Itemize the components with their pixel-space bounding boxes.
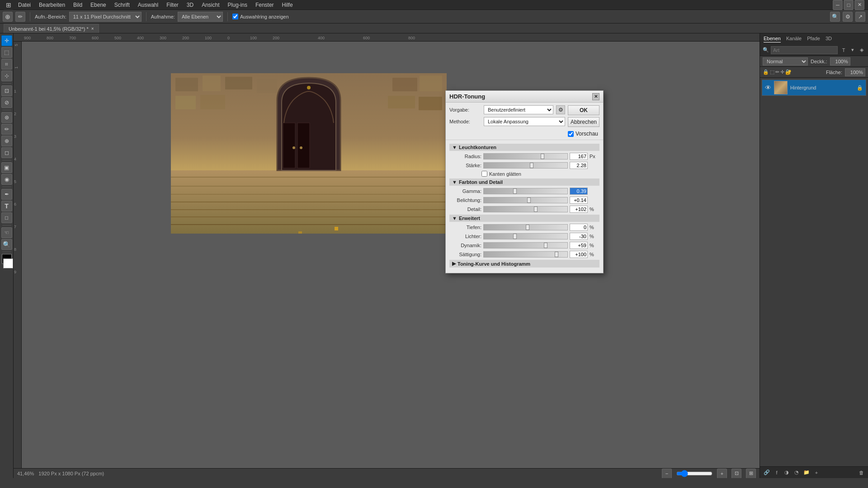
hand-tool[interactable]: ☜ [1, 227, 12, 238]
layers-search-input[interactable] [771, 46, 838, 54]
tool-icon[interactable]: ⊕ [3, 12, 13, 22]
staerke-slider[interactable] [483, 162, 568, 169]
dodge-tool[interactable]: ◉ [1, 174, 12, 185]
zoom-out-btn[interactable]: − [662, 469, 672, 479]
menu-plugins[interactable]: Plug-ins [224, 1, 251, 9]
detail-slider[interactable] [483, 206, 568, 212]
layer-item[interactable]: 👁 Hintergrund 🔒 [762, 80, 866, 96]
menu-ansicht[interactable]: Ansicht [198, 1, 223, 9]
lasso-tool[interactable]: ⌗ [1, 59, 12, 70]
maximize-btn[interactable]: □ [844, 0, 854, 10]
search-btn[interactable]: 🔍 [830, 12, 840, 22]
eyedropper-tool[interactable]: ⊘ [1, 97, 12, 108]
share-btn[interactable]: ↗ [855, 12, 865, 22]
menu-fenster[interactable]: Fenster [252, 1, 278, 9]
move-tool[interactable]: ✛ [1, 35, 12, 46]
brush-tool[interactable]: ✏ [1, 124, 12, 135]
radius-thumb[interactable] [541, 154, 544, 159]
menu-schrift[interactable]: Schrift [111, 1, 133, 9]
tab-close-btn[interactable]: × [91, 26, 94, 31]
add-mask-btn[interactable]: ◑ [783, 469, 791, 477]
text-tool[interactable]: T [1, 201, 12, 211]
saettigung-value[interactable]: +100 [570, 251, 588, 258]
lichter-slider[interactable] [483, 233, 568, 239]
preview-checkbox[interactable] [568, 131, 574, 137]
filter-btn[interactable]: ▾ [849, 46, 857, 54]
detail-value[interactable]: +102 [570, 206, 588, 213]
erweitert-header[interactable]: ▼ Erweitert [449, 215, 599, 222]
ebenen-select[interactable]: Alle Ebenen [178, 12, 223, 22]
new-adjustment-btn[interactable]: ◔ [793, 469, 801, 477]
dynamik-slider[interactable] [483, 242, 568, 249]
saettigung-thumb[interactable] [555, 252, 558, 257]
tab-ebenen[interactable]: Ebenen [764, 36, 781, 42]
menu-3d[interactable]: 3D [183, 1, 197, 9]
radius-slider[interactable] [483, 153, 568, 160]
background-color[interactable] [3, 258, 13, 268]
dynamik-thumb[interactable] [544, 243, 547, 248]
actual-pixels-btn[interactable]: ⊞ [746, 469, 756, 479]
app-icon[interactable]: ⊞ [4, 0, 14, 10]
document-tab[interactable]: Unbenannt-1 bei 41,5% (RGB/32*) * × [4, 24, 99, 33]
hdr-close-button[interactable]: ✕ [592, 93, 599, 100]
crop-tool[interactable]: ⊡ [1, 85, 12, 96]
heal-tool[interactable]: ⊛ [1, 112, 12, 123]
menu-ebene[interactable]: Ebene [87, 1, 110, 9]
methode-select[interactable]: Lokale Anpassung [484, 117, 565, 126]
staerke-value[interactable]: 2.28 [570, 162, 588, 169]
fit-screen-btn[interactable]: ⊡ [731, 469, 741, 479]
close-btn[interactable]: ✕ [854, 0, 864, 10]
minimize-btn[interactable]: ─ [833, 0, 843, 10]
lichter-value[interactable]: -30 [570, 233, 588, 240]
zoom-tool[interactable]: 🔍 [1, 239, 12, 250]
gamma-thumb[interactable] [513, 188, 517, 194]
select-tool[interactable]: ⬚ [1, 47, 12, 58]
tiefen-value[interactable]: 0 [570, 224, 588, 231]
menu-datei[interactable]: Datei [14, 1, 34, 9]
lichter-thumb[interactable] [513, 234, 517, 239]
auswahlring-checkbox[interactable] [232, 14, 238, 19]
menu-auswahl[interactable]: Auswahl [134, 1, 162, 9]
adjustment-btn[interactable]: ◈ [858, 46, 866, 54]
belichtung-value[interactable]: +0.14 [570, 197, 588, 204]
opacity-input[interactable]: 100% [830, 57, 850, 66]
kanten-checkbox[interactable] [481, 171, 487, 177]
tab-kanaele[interactable]: Kanäle [786, 36, 802, 42]
belichtung-slider[interactable] [483, 197, 568, 203]
saettigung-slider[interactable] [483, 251, 568, 258]
vorgabe-select[interactable]: Benutzerdefiniert [484, 105, 553, 114]
zoom-slider[interactable] [676, 470, 712, 477]
stamp-tool[interactable]: ⊕ [1, 136, 12, 146]
magic-wand-tool[interactable]: ⊹ [1, 70, 12, 81]
menu-hilfe[interactable]: Hilfe [278, 1, 297, 9]
visibility-icon[interactable]: 👁 [765, 84, 771, 91]
shape-tool[interactable]: □ [1, 212, 12, 223]
staerke-thumb[interactable] [530, 163, 533, 168]
radius-value[interactable]: 167 [570, 153, 588, 160]
zoom-in-btn[interactable]: + [717, 469, 727, 479]
tiefen-slider[interactable] [483, 224, 568, 230]
gamma-value[interactable]: 0.39 [570, 188, 588, 195]
tab-pfade[interactable]: Pfade [807, 36, 820, 42]
blend-mode-select[interactable]: Normal [763, 57, 808, 66]
brush-icon[interactable]: ✏ [15, 12, 25, 22]
new-layer-btn[interactable]: + [812, 469, 821, 477]
dynamik-value[interactable]: +59 [570, 242, 588, 249]
belichtung-thumb[interactable] [527, 197, 531, 203]
gradient-tool[interactable]: ▣ [1, 162, 12, 173]
add-style-btn[interactable]: f [773, 469, 781, 477]
leuchtkonturen-header[interactable]: ▼ Leuchtkonturen [449, 144, 599, 151]
pen-tool[interactable]: ✒ [1, 189, 12, 200]
hdr-cancel-button[interactable]: Abbrechen [568, 117, 599, 127]
pixel-size-select[interactable]: 11 x 11 Pixel Durchschnitt [69, 12, 142, 22]
tab-3d[interactable]: 3D [826, 36, 832, 42]
gamma-slider[interactable] [483, 188, 568, 194]
menu-filter[interactable]: Filter [163, 1, 182, 9]
auswahlring-label[interactable]: Auswahlring anzeigen [232, 14, 289, 19]
preset-settings-btn[interactable]: ⚙ [556, 105, 565, 114]
toning-header[interactable]: ▶ Toning-Kurve und Histogramm [449, 260, 599, 267]
menu-bild[interactable]: Bild [70, 1, 86, 9]
farbton-header[interactable]: ▼ Farbton und Detail [449, 178, 599, 186]
detail-thumb[interactable] [534, 206, 538, 212]
tiefen-thumb[interactable] [526, 225, 529, 230]
